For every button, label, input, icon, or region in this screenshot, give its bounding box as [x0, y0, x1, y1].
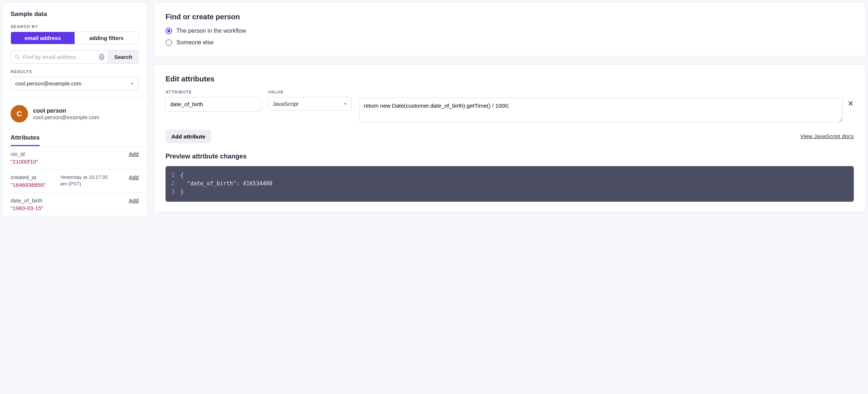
attribute-value: "1983-03-15": [11, 205, 43, 212]
results-select[interactable]: cool.person@example.com ▼: [11, 77, 139, 90]
tab-adding-filters[interactable]: adding filters: [75, 32, 138, 44]
add-attribute-link[interactable]: Add: [129, 151, 139, 157]
attribute-header: ATTRIBUTE: [166, 90, 261, 94]
results-label: RESULTS: [11, 69, 139, 74]
add-attribute-link[interactable]: Add: [129, 197, 139, 204]
attribute-list: cio_id "21000f10" Add created_at "164693…: [3, 146, 147, 216]
chevron-down-icon: ▼: [344, 102, 347, 106]
search-button[interactable]: Search: [108, 51, 138, 63]
panel-title: Sample data: [11, 11, 139, 18]
tab-email-address[interactable]: email address: [11, 32, 75, 44]
view-js-docs-link[interactable]: View JavaScript docs: [800, 133, 854, 140]
section-title: Find or create person: [166, 13, 854, 21]
radio-icon: [166, 39, 172, 46]
find-or-create-card: Find or create person The person in the …: [154, 2, 866, 56]
attribute-row: cio_id "21000f10" Add: [3, 146, 147, 169]
attribute-row: date_of_birth "1983-03-15" Add: [3, 193, 147, 216]
tab-attributes[interactable]: Attributes: [11, 134, 40, 146]
person-summary: C cool person cool.person@example.com: [11, 105, 139, 122]
search-by-label: SEARCH BY: [11, 24, 139, 29]
attribute-value: "21000f10": [11, 158, 38, 165]
radio-person-in-workflow[interactable]: The person in the workflow: [166, 28, 854, 34]
search-row: ? Search: [11, 50, 139, 64]
search-input[interactable]: [23, 54, 96, 60]
search-by-segmented: email address adding filters: [11, 32, 139, 44]
edit-attributes-card: Edit attributes ATTRIBUTE VALUE JavaScri…: [154, 64, 866, 212]
attribute-key: date_of_birth: [11, 197, 43, 204]
value-header: VALUE: [268, 90, 352, 94]
svg-line-1: [18, 57, 19, 59]
attribute-key: cio_id: [11, 151, 38, 157]
preview-code-block: 123 { "date_of_birth": 416534400 }: [166, 166, 854, 202]
chevron-down-icon: ▼: [131, 82, 134, 85]
radio-label: Someone else: [176, 39, 214, 46]
results-selected-value: cool.person@example.com: [15, 80, 81, 87]
radio-label: The person in the workflow: [176, 28, 246, 34]
help-icon[interactable]: ?: [99, 53, 104, 60]
attribute-key: created_at: [11, 174, 46, 180]
search-icon: [15, 54, 20, 60]
add-attribute-link[interactable]: Add: [129, 174, 139, 180]
divider: [3, 97, 147, 98]
person-name: cool person: [33, 108, 99, 114]
preview-title: Preview attribute changes: [166, 153, 854, 160]
line-numbers: 123: [171, 171, 175, 197]
attribute-formatted: Yesterday at 10:27:35 am (PST): [60, 174, 115, 187]
attribute-name-input[interactable]: [166, 97, 261, 112]
attribute-row: created_at "1646936855" Yesterday at 10:…: [3, 169, 147, 193]
radio-someone-else[interactable]: Someone else: [166, 39, 854, 46]
value-type-select[interactable]: JavaScript ▼: [268, 97, 352, 110]
sample-data-panel: Sample data SEARCH BY email address addi…: [2, 2, 147, 216]
main-column: Find or create person The person in the …: [154, 2, 866, 216]
javascript-code-input[interactable]: [359, 98, 843, 122]
radio-icon: [166, 28, 172, 34]
attribute-value: "1646936855": [11, 182, 46, 188]
value-type-selected: JavaScript: [273, 101, 298, 107]
close-icon[interactable]: ✕: [848, 90, 854, 108]
person-email: cool.person@example.com: [33, 114, 99, 120]
avatar: C: [11, 105, 28, 122]
add-attribute-button[interactable]: Add attribute: [166, 130, 211, 143]
preview-code: { "date_of_birth": 416534400 }: [180, 171, 272, 197]
section-title: Edit attributes: [166, 75, 854, 83]
